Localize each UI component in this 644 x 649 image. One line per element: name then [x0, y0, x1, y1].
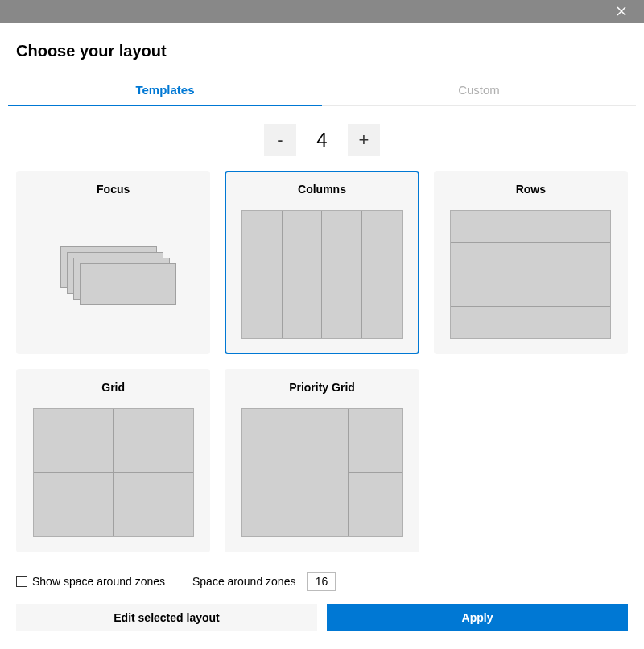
dialog-content: Choose your layout Templates Custom - 4 …	[0, 23, 644, 647]
template-title: Focus	[97, 183, 130, 196]
template-columns[interactable]: Columns	[225, 171, 419, 354]
template-title: Columns	[298, 183, 346, 196]
template-priority-grid[interactable]: Priority Grid	[225, 369, 419, 552]
footer-buttons: Edit selected layout Apply	[0, 604, 644, 647]
show-space-label: Show space around zones	[32, 575, 165, 588]
template-grid[interactable]: Grid	[16, 369, 210, 552]
apply-button[interactable]: Apply	[327, 604, 628, 631]
template-title: Grid	[101, 381, 125, 394]
tabs: Templates Custom	[8, 75, 636, 106]
show-space-checkbox-wrap[interactable]: Show space around zones	[16, 575, 165, 588]
priority-grid-preview	[242, 408, 402, 537]
space-around-wrap: Space around zones 16	[192, 572, 336, 591]
rows-preview	[450, 210, 611, 339]
templates-grid: Focus Columns Rows Grid	[0, 171, 644, 568]
template-title: Priority Grid	[289, 381, 355, 394]
template-rows[interactable]: Rows	[434, 171, 628, 354]
options-row: Show space around zones Space around zon…	[0, 568, 644, 604]
close-icon	[617, 6, 626, 16]
decrement-button[interactable]: -	[264, 124, 296, 156]
zones-stepper: - 4 +	[0, 106, 644, 171]
space-around-label: Space around zones	[192, 575, 295, 588]
page-title: Choose your layout	[0, 23, 644, 75]
titlebar	[0, 0, 644, 23]
tab-custom[interactable]: Custom	[322, 75, 636, 106]
columns-preview	[242, 210, 402, 339]
edit-layout-button[interactable]: Edit selected layout	[16, 604, 317, 631]
focus-preview	[33, 210, 194, 339]
zones-count: 4	[306, 129, 338, 151]
template-focus[interactable]: Focus	[16, 171, 210, 354]
template-title: Rows	[516, 183, 546, 196]
space-around-input[interactable]: 16	[307, 572, 336, 591]
grid-preview	[33, 408, 194, 537]
show-space-checkbox[interactable]	[16, 576, 27, 587]
close-button[interactable]	[605, 0, 638, 23]
tab-templates[interactable]: Templates	[8, 75, 322, 106]
increment-button[interactable]: +	[348, 124, 380, 156]
